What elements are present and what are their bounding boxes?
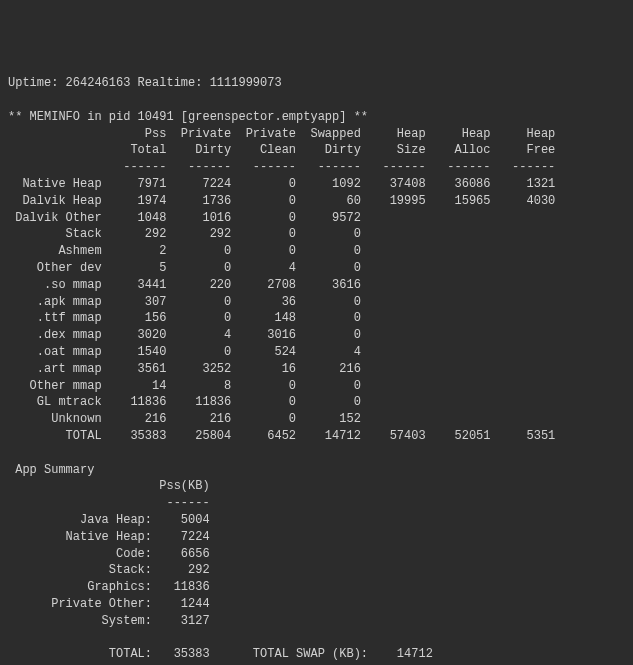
- terminal-output: Uptime: 264246163 Realtime: 1111999073 *…: [8, 75, 625, 665]
